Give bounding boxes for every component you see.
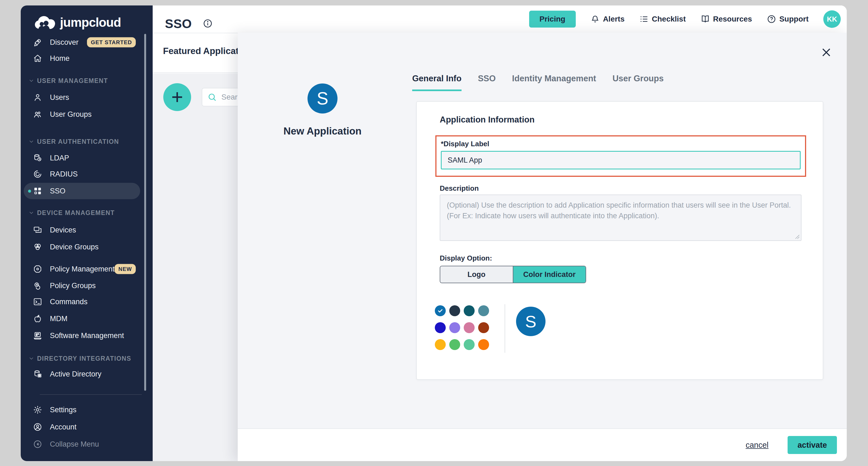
home-icon <box>33 54 42 63</box>
color-swatch-10[interactable] <box>464 339 475 350</box>
sidebar-item-account[interactable]: Account <box>21 418 153 435</box>
color-swatch-4[interactable] <box>435 322 446 333</box>
color-swatch-11[interactable] <box>478 339 489 350</box>
sidebar-item-settings[interactable]: Settings <box>21 401 153 418</box>
jumpcloud-logo[interactable]: jumpcloud <box>34 15 121 30</box>
sidebar-item-label: Commands <box>50 298 88 306</box>
sidebar-item-collapse-menu[interactable]: Collapse Menu <box>21 436 153 453</box>
sidebar-item-label: Devices <box>50 226 76 234</box>
sidebar-item-user-management[interactable]: USER MANAGEMENT <box>21 75 153 86</box>
activate-button[interactable]: activate <box>787 436 837 454</box>
chevron-down-icon <box>28 139 34 145</box>
sidebar-item-label: Discover <box>50 38 79 47</box>
color-swatch-2[interactable] <box>464 305 475 316</box>
sidebar-item-label: USER AUTHENTICATION <box>37 138 119 145</box>
sidebar-item-commands[interactable]: Commands <box>21 293 153 310</box>
display-option-logo[interactable]: Logo <box>440 266 513 283</box>
sidebar-item-user-authentication[interactable]: USER AUTHENTICATION <box>21 136 153 147</box>
sidebar-item-label: RADIUS <box>50 170 78 178</box>
sidebar-item-label: Policy Management <box>50 265 115 273</box>
color-swatch-0-selected[interactable] <box>435 305 446 316</box>
sidebar-item-label: USER MANAGEMENT <box>37 77 108 85</box>
sidebar-item-label: DIRECTORY INTEGRATIONS <box>37 355 131 362</box>
gear-icon <box>33 405 42 414</box>
close-modal-button[interactable] <box>819 46 833 59</box>
sidebar-item-label: Active Directory <box>50 370 101 378</box>
add-application-button[interactable] <box>163 83 191 111</box>
user-avatar[interactable]: KK <box>823 10 841 28</box>
palette-divider <box>505 304 505 353</box>
color-swatch-8[interactable] <box>435 339 446 350</box>
sidebar-item-active-directory[interactable]: Active Directory <box>21 366 153 382</box>
top-bar: SSO Pricing Alerts Checklist Resources <box>153 5 847 33</box>
sidebar-item-label: DEVICE MANAGEMENT <box>37 209 115 216</box>
color-swatch-5[interactable] <box>449 322 460 333</box>
tab-identity-management[interactable]: Identity Management <box>512 74 596 91</box>
color-swatch-9[interactable] <box>449 339 460 350</box>
search-icon <box>207 92 217 102</box>
sidebar-item-mdm[interactable]: MDM <box>21 310 153 327</box>
sidebar-scrollbar[interactable] <box>144 34 146 391</box>
sidebar-item-sso[interactable]: SSO <box>21 182 153 199</box>
rocket-icon <box>33 38 42 47</box>
book-icon <box>701 14 710 24</box>
sidebar-item-policy-groups[interactable]: Policy Groups <box>21 277 153 294</box>
resources-button[interactable]: Resources <box>701 14 752 24</box>
check-icon <box>437 308 443 314</box>
application-information-card: Application Information *Display Label D… <box>416 101 823 380</box>
display-option-label: Display Option: <box>440 254 492 262</box>
devices-icon <box>33 225 42 235</box>
color-swatch-7[interactable] <box>478 322 489 333</box>
sidebar-item-label: Software Management <box>50 331 124 340</box>
info-icon[interactable] <box>203 19 213 28</box>
description-textarea[interactable] <box>440 195 802 241</box>
checklist-icon <box>639 14 649 24</box>
sidebar-item-label: Settings <box>50 406 76 414</box>
sidebar-item-device-management[interactable]: DEVICE MANAGEMENT <box>21 207 153 218</box>
cancel-button[interactable]: cancel <box>746 441 769 449</box>
sidebar-item-directory-integrations[interactable]: DIRECTORY INTEGRATIONS <box>21 353 153 364</box>
user-icon <box>33 93 42 102</box>
color-swatch-3[interactable] <box>478 305 489 316</box>
sidebar-item-device-groups[interactable]: Device Groups <box>21 238 153 255</box>
support-button[interactable]: Support <box>767 14 809 24</box>
modal-tabs: General InfoSSOIdentity ManagementUser G… <box>412 74 663 91</box>
new-application-modal: S New Application General InfoSSOIdentit… <box>238 33 847 461</box>
sidebar-badge: GET STARTED <box>87 37 136 48</box>
apple-icon <box>33 314 42 323</box>
commands-icon <box>33 297 42 307</box>
close-icon <box>820 47 832 58</box>
sidebar-item-devices[interactable]: Devices <box>21 222 153 238</box>
sidebar-item-users[interactable]: Users <box>21 89 153 106</box>
sidebar-item-label: User Groups <box>50 110 92 119</box>
sidebar-badge: NEW <box>115 264 136 274</box>
chevron-down-icon <box>28 355 34 361</box>
sidebar-item-label: Policy Groups <box>50 282 96 290</box>
checklist-button[interactable]: Checklist <box>639 14 686 24</box>
alerts-button[interactable]: Alerts <box>590 14 625 24</box>
tab-sso[interactable]: SSO <box>478 74 496 91</box>
color-swatch-1[interactable] <box>449 305 460 316</box>
sidebar-item-home[interactable]: Home <box>21 50 153 67</box>
sidebar-item-ldap[interactable]: LDAP <box>21 149 153 167</box>
display-label-input[interactable] <box>441 151 801 169</box>
tab-user-groups[interactable]: User Groups <box>613 74 664 91</box>
color-swatch-6[interactable] <box>464 322 475 333</box>
logo-text: jumpcloud <box>60 15 121 30</box>
cloud-logo-icon <box>34 15 56 30</box>
description-label: Description <box>440 184 479 193</box>
sidebar-item-policy-management[interactable]: Policy ManagementNEW <box>21 261 153 278</box>
application-logo: S <box>308 84 338 114</box>
application-name: New Application <box>268 125 377 137</box>
tab-general-info[interactable]: General Info <box>412 74 462 91</box>
sidebar-item-user-groups[interactable]: User Groups <box>21 106 153 123</box>
sidebar-item-label: Account <box>50 423 76 431</box>
sidebar-divider <box>40 394 142 395</box>
sidebar-item-radius[interactable]: RADIUS <box>21 166 153 182</box>
pricing-button[interactable]: Pricing <box>529 11 576 28</box>
display-option-color-indicator[interactable]: Color Indicator <box>513 266 586 283</box>
sidebar-item-software-management[interactable]: Software Management <box>21 327 153 344</box>
color-preview-circle: S <box>516 307 546 336</box>
sidebar-item-discover[interactable]: DiscoverGET STARTED <box>21 34 153 51</box>
question-circle-icon <box>767 14 776 24</box>
